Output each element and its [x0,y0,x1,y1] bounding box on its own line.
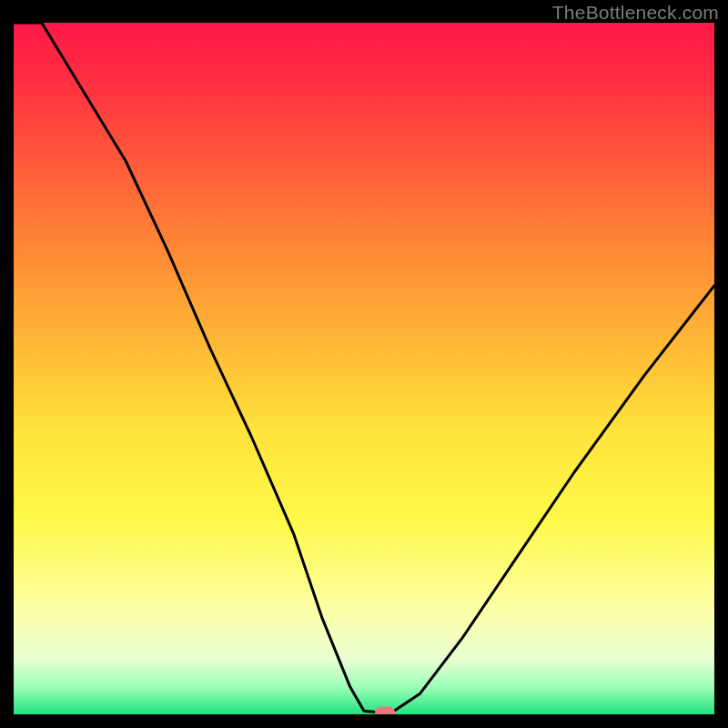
plot-area [14,23,714,714]
bottleneck-curve [14,23,714,714]
optimal-point-marker [375,706,395,714]
watermark-text: TheBottleneck.com [552,2,719,24]
chart-stage: TheBottleneck.com [0,0,728,728]
